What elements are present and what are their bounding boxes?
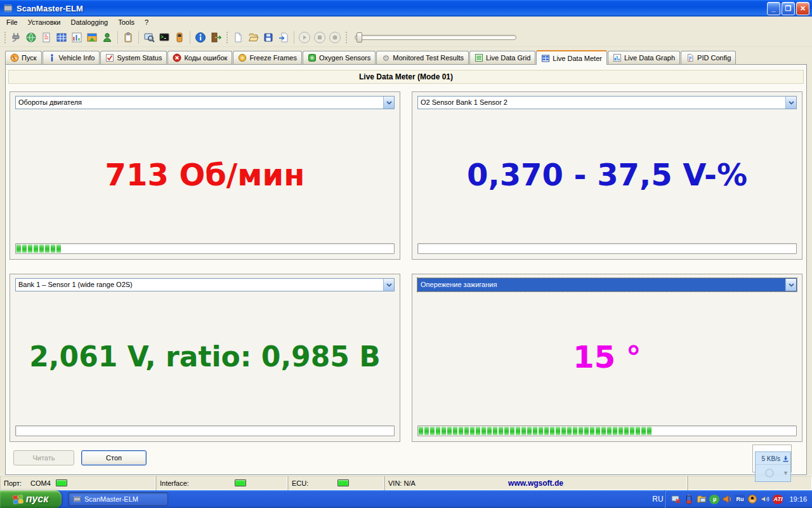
close-button[interactable]: ✕	[796, 2, 809, 15]
chevron-down-icon[interactable]	[383, 279, 394, 291]
tab-label: Пуск	[22, 54, 37, 62]
trackbar-thumb[interactable]	[357, 32, 362, 43]
title-bar: ScanMaster-ELM _ ❐ ✕	[0, 0, 812, 17]
menu-help[interactable]: ?	[140, 17, 154, 27]
menu-tools[interactable]: Tools	[113, 17, 140, 27]
pid-select-value: Обороты двигателя	[16, 97, 383, 109]
play-icon[interactable]	[297, 30, 312, 45]
maximize-button[interactable]: ❐	[782, 2, 795, 15]
app-chip-icon[interactable]	[3, 3, 14, 13]
data-grid-icon[interactable]	[54, 30, 69, 45]
tab-label: Monitored Test Results	[393, 54, 464, 62]
interface-label: Interface:	[160, 479, 189, 487]
meter-progress	[15, 425, 395, 436]
pid-config-icon	[686, 53, 695, 62]
tab-freeze-frames[interactable]: Freeze Frames	[233, 51, 302, 64]
save-icon[interactable]	[261, 30, 276, 45]
tab-vehicle-info[interactable]: Vehicle Info	[43, 51, 100, 64]
system-tray: µ Ru ATI 19:16	[664, 490, 812, 508]
tab-live-data-grid[interactable]: Live Data Grid	[469, 51, 535, 64]
start-label: пуск	[26, 493, 49, 505]
tab-live-data-graph[interactable]: Live Data Graph	[608, 51, 680, 64]
device-icon[interactable]	[172, 30, 187, 45]
clipboard-icon[interactable]	[121, 30, 136, 45]
menu-datalogging[interactable]: Datalogging	[66, 17, 114, 27]
tab-oxygen-sensors[interactable]: Oxygen Sensors	[303, 51, 376, 64]
network-offline-icon[interactable]	[671, 494, 681, 504]
tab-pid-config[interactable]: PID Config	[681, 51, 736, 64]
toolbar-grip[interactable]	[344, 32, 348, 43]
export-icon[interactable]	[276, 30, 291, 45]
taskbar-task-scanmaster[interactable]: ScanMaster-ELM	[68, 492, 168, 506]
toolbar	[0, 28, 812, 47]
refresh-ghost-icon	[765, 469, 774, 478]
meter-panel-wide-range-o2: Bank 1 – Sensor 1 (wide range O2S) 2,061…	[10, 274, 400, 442]
tab-label: Oxygen Sensors	[319, 54, 370, 62]
tab-error-codes[interactable]: Коды ошибок	[167, 51, 232, 64]
tab-system-status[interactable]: System Status	[100, 51, 167, 64]
oxygen-sensors-icon	[308, 53, 317, 62]
collapse-arrow-icon[interactable]: ▼	[783, 470, 789, 476]
tab-label: Freeze Frames	[249, 54, 297, 62]
meter-panel-o2-b1s2: O2 Sensor Bank 1 Sensor 2 0,370 - 37,5 V…	[412, 91, 802, 260]
meter-panel-ignition-timing: Опережение зажигания 15 °	[412, 274, 802, 442]
new-file-icon[interactable]	[230, 30, 246, 45]
battery-icon[interactable]	[684, 494, 694, 504]
volume-icon[interactable]	[760, 494, 770, 504]
record-icon[interactable]	[327, 30, 343, 45]
download-icon	[782, 455, 789, 462]
toolbar-grip[interactable]	[3, 32, 6, 43]
ati-icon[interactable]: ATI	[773, 495, 783, 504]
megaphone-icon[interactable]	[722, 494, 732, 504]
messenger-icon[interactable]	[747, 494, 757, 504]
utorrent-icon[interactable]: µ	[709, 495, 719, 504]
pid-select[interactable]: Опережение зажигания	[417, 278, 797, 291]
chart-icon[interactable]	[69, 30, 84, 45]
meter-value: 15 °	[417, 293, 797, 420]
report-icon[interactable]	[39, 30, 54, 45]
minimize-button[interactable]: _	[767, 2, 780, 15]
pid-select[interactable]: O2 Sensor Bank 1 Sensor 2	[417, 96, 797, 109]
ecu-label: ECU:	[292, 479, 308, 487]
exit-icon[interactable]	[208, 30, 223, 45]
tray-language-badge[interactable]: Ru	[735, 495, 745, 504]
chevron-down-icon[interactable]	[383, 97, 394, 109]
speed-trackbar[interactable]	[355, 35, 516, 40]
terminal-icon[interactable]	[157, 30, 172, 45]
stop-button[interactable]: Стоп	[81, 450, 147, 465]
chevron-down-icon[interactable]	[785, 279, 796, 291]
stop-icon[interactable]	[312, 30, 327, 45]
info-icon[interactable]	[193, 30, 208, 45]
status-bar: Порт: COM4 Interface: ECU: VIN: N/A www.…	[0, 475, 812, 490]
error-codes-icon	[173, 53, 181, 62]
status-port-panel: Порт: COM4	[0, 476, 156, 490]
start-button[interactable]: пуск	[0, 490, 62, 508]
menu-file[interactable]: File	[1, 17, 23, 27]
menu-bar: File Установки Datalogging Tools ?	[0, 17, 812, 28]
tab-label: Коды ошибок	[184, 54, 227, 62]
tab-live-data-meter[interactable]: Live Data Meter	[536, 50, 607, 65]
tab-start[interactable]: Пуск	[5, 51, 42, 64]
globe-icon[interactable]	[23, 30, 39, 45]
clock[interactable]: 19:16	[789, 495, 807, 503]
live-data-meter-icon	[541, 54, 550, 63]
website-link[interactable]: www.wgsoft.de	[384, 479, 687, 488]
read-button[interactable]: Читать	[13, 450, 74, 465]
tab-label: Vehicle Info	[59, 54, 95, 62]
chevron-down-icon[interactable]	[785, 97, 796, 109]
folder-tray-icon[interactable]	[697, 494, 707, 504]
pid-select[interactable]: Bank 1 – Sensor 1 (wide range O2S)	[15, 278, 395, 291]
menu-settings[interactable]: Установки	[23, 17, 66, 27]
pid-select[interactable]: Обороты двигателя	[15, 96, 395, 109]
meter-value: 713 Об/мин	[15, 111, 395, 237]
meter-window-icon[interactable]	[84, 30, 100, 45]
connect-icon[interactable]	[8, 30, 23, 45]
system-status-icon	[105, 53, 114, 62]
tab-monitored-tests[interactable]: ⚙ Monitored Test Results	[376, 51, 469, 64]
user-icon[interactable]	[100, 30, 115, 45]
open-file-icon[interactable]	[246, 30, 261, 45]
net-speed-widget[interactable]: 5 KB/s ▼	[755, 451, 791, 482]
toolbar-grip[interactable]	[225, 32, 228, 43]
status-led	[56, 479, 67, 486]
search-screen-icon[interactable]	[141, 30, 157, 45]
